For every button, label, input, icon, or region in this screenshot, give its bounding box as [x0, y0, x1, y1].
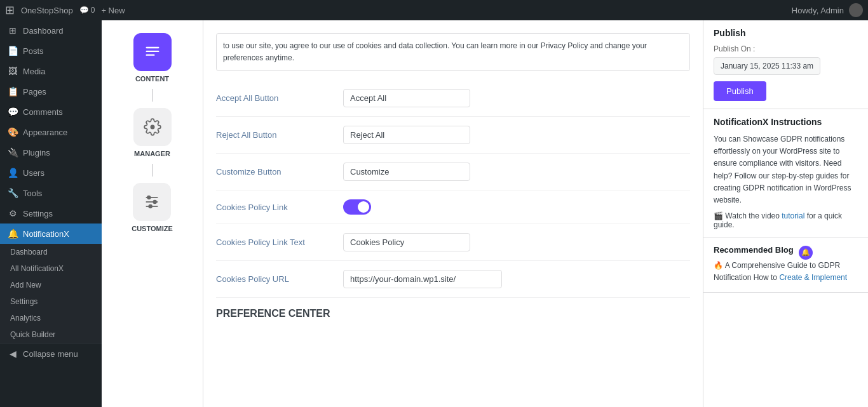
accept-all-button-label: Accept All Button: [216, 93, 343, 103]
dashboard-icon: ⊞: [8, 25, 18, 36]
avatar[interactable]: [849, 3, 863, 17]
settings-icon: ⚙: [8, 208, 18, 218]
create-implement-link[interactable]: Create & Implement: [779, 273, 847, 282]
customize-step-icon: [133, 183, 171, 221]
sidebar-item-settings[interactable]: ⚙ Settings: [0, 203, 102, 224]
customize-button-input[interactable]: [343, 163, 470, 181]
sidebar-submenu-dashboard[interactable]: Dashboard: [0, 244, 102, 260]
sidebar-submenu-settings[interactable]: Settings: [0, 293, 102, 310]
sidebar-item-dashboard[interactable]: ⊞ Dashboard: [0, 20, 102, 41]
comment-bubble-icon: 💬: [79, 6, 89, 15]
svg-point-7: [147, 196, 151, 199]
publish-button[interactable]: Publish: [714, 81, 766, 101]
reject-all-button-input[interactable]: [343, 126, 470, 144]
collapse-menu-button[interactable]: ◀ Collapse menu: [0, 343, 102, 364]
plugins-icon: 🔌: [8, 147, 18, 157]
watch-video-label: Watch the video: [725, 211, 782, 220]
sidebar-item-media[interactable]: 🖼 Media: [0, 61, 102, 81]
manager-step-label: MANAGER: [134, 150, 170, 157]
tools-icon: 🔧: [8, 188, 18, 198]
video-icon: 🎬: [714, 211, 723, 220]
site-name[interactable]: OneStopShop: [21, 6, 73, 15]
sidebar-item-pages[interactable]: 📋 Pages: [0, 81, 102, 102]
svg-rect-0: [146, 47, 159, 48]
pages-icon: 📋: [8, 86, 18, 97]
svg-point-8: [154, 201, 157, 204]
reject-all-button-label: Reject All Button: [216, 130, 343, 140]
publish-panel-title: Publish: [714, 28, 858, 38]
sidebar-submenu-analytics[interactable]: Analytics: [0, 310, 102, 326]
posts-icon: 📄: [8, 46, 18, 56]
wizard-connector-2: [152, 164, 153, 177]
sidebar-item-notificationx[interactable]: 🔔 NotificationX: [0, 224, 102, 244]
comment-count-icon[interactable]: 💬 0: [79, 6, 95, 15]
howdy-text: Howdy, Admin: [792, 6, 844, 15]
sidebar-submenu-add-new[interactable]: Add New: [0, 277, 102, 293]
instructions-panel: NotificationX Instructions You can Showc…: [703, 109, 868, 237]
recommended-blog-panel: Recommended Blog 🔔 🔥 A Comprehensive Gui…: [703, 237, 868, 292]
publish-on-label: Publish On :: [714, 44, 858, 53]
sidebar-item-appearance[interactable]: 🎨 Appearance: [0, 122, 102, 142]
svg-point-3: [150, 125, 154, 130]
wizard-connector-1: [152, 89, 153, 102]
wizard-step-content[interactable]: CONTENT: [133, 33, 172, 83]
preference-center-heading: PREFERENCE CENTER: [216, 298, 690, 324]
customize-button-row: Customize Button: [216, 154, 690, 190]
sidebar-item-tools[interactable]: 🔧 Tools: [0, 183, 102, 203]
cookies-policy-link-row: Cookies Policy Link: [216, 190, 690, 224]
media-icon: 🖼: [8, 66, 18, 76]
sidebar-item-comments[interactable]: 💬 Comments: [0, 102, 102, 122]
cookies-policy-url-label: Cookies Policy URL: [216, 274, 343, 284]
customize-step-label: CUSTOMIZE: [132, 225, 173, 232]
wizard-step-manager[interactable]: MANAGER: [133, 108, 172, 157]
users-icon: 👤: [8, 168, 18, 178]
accept-all-button-row: Accept All Button: [216, 80, 690, 117]
appearance-icon: 🎨: [8, 127, 18, 137]
tutorial-link[interactable]: tutorial: [782, 211, 804, 220]
cookies-policy-link-text-input[interactable]: [343, 233, 470, 251]
fire-icon: 🔥: [714, 261, 723, 270]
recommended-title: Recommended Blog: [714, 245, 794, 255]
notification-bell-icon: 🔔: [799, 246, 813, 260]
publish-panel: Publish Publish On : January 15, 2025 11…: [703, 20, 868, 109]
svg-rect-1: [146, 51, 159, 52]
cookies-policy-url-row: Cookies Policy URL: [216, 261, 690, 298]
wizard-step-customize[interactable]: CUSTOMIZE: [132, 183, 173, 232]
svg-rect-2: [146, 55, 154, 56]
notificationx-icon: 🔔: [8, 229, 18, 239]
publish-date-box: January 15, 2025 11:33 am: [714, 57, 820, 75]
content-step-icon: [133, 33, 172, 71]
cookies-policy-link-text-label: Cookies Policy Link Text: [216, 237, 343, 247]
content-step-label: CONTENT: [135, 75, 169, 83]
cookies-policy-link-toggle[interactable]: [343, 199, 371, 215]
customize-button-label: Customize Button: [216, 167, 343, 177]
sidebar-submenu-quick-builder[interactable]: Quick Builder: [0, 326, 102, 343]
cookies-policy-url-input[interactable]: [343, 270, 502, 288]
wp-logo-icon: ⊞: [5, 3, 15, 17]
reject-all-button-row: Reject All Button: [216, 117, 690, 154]
svg-point-9: [149, 205, 153, 208]
sidebar-item-users[interactable]: 👤 Users: [0, 163, 102, 183]
sidebar-submenu-all-notificationx[interactable]: All NotificationX: [0, 260, 102, 277]
sidebar-item-posts[interactable]: 📄 Posts: [0, 41, 102, 61]
accept-all-button-input[interactable]: [343, 89, 470, 107]
sidebar-item-plugins[interactable]: 🔌 Plugins: [0, 142, 102, 163]
instructions-text: You can Showcase GDPR notifications effo…: [714, 133, 858, 206]
comments-icon: 💬: [8, 107, 18, 117]
cookies-policy-link-label: Cookies Policy Link: [216, 203, 343, 212]
instructions-panel-title: NotificationX Instructions: [714, 117, 858, 127]
cookie-notice-preview: to use our site, you agree to our use of…: [216, 33, 690, 71]
cookies-policy-link-text-row: Cookies Policy Link Text: [216, 224, 690, 261]
recommended-blog-item: 🔥 A Comprehensive Guide to GDPR Notifica…: [714, 260, 858, 284]
collapse-icon: ◀: [8, 349, 18, 359]
manager-step-icon: [133, 108, 172, 146]
new-content-button[interactable]: + New: [101, 6, 125, 15]
